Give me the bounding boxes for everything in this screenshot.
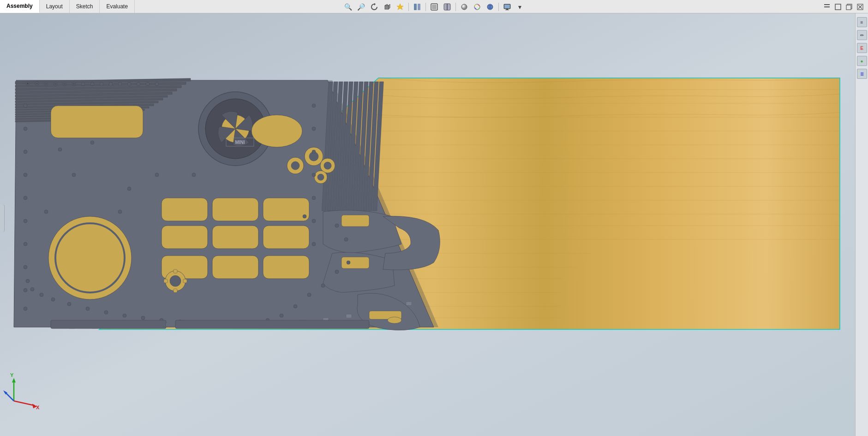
- tab-layout[interactable]: Layout: [40, 0, 70, 13]
- svg-point-179: [40, 293, 43, 297]
- restore-button[interactable]: [844, 2, 854, 12]
- svg-point-138: [24, 242, 27, 246]
- right-panel-btn-5[interactable]: ≣: [857, 69, 867, 79]
- svg-point-147: [58, 148, 62, 151]
- svg-marker-3: [397, 4, 403, 10]
- svg-point-152: [72, 173, 76, 177]
- svg-point-158: [335, 224, 339, 227]
- zoom-fit-icon[interactable]: 🔍: [343, 1, 354, 12]
- maximize-vert-button[interactable]: [833, 2, 843, 12]
- svg-point-107: [317, 174, 324, 180]
- svg-point-159: [344, 238, 348, 241]
- svg-rect-86: [263, 256, 309, 279]
- svg-point-175: [104, 311, 108, 314]
- svg-point-139: [24, 265, 27, 269]
- svg-point-140: [24, 288, 27, 292]
- svg-point-127: [118, 82, 122, 86]
- svg-point-130: [146, 82, 150, 86]
- right-panel-btn-2[interactable]: ✏: [857, 30, 867, 40]
- svg-rect-83: [263, 226, 309, 249]
- svg-rect-81: [162, 226, 208, 249]
- svg-point-173: [141, 316, 145, 320]
- svg-text:X: X: [36, 405, 40, 410]
- sep-4: [498, 3, 499, 11]
- svg-marker-1: [385, 4, 389, 6]
- svg-rect-18: [506, 9, 508, 10]
- svg-rect-109: [341, 257, 369, 269]
- left-panel-handle[interactable]: [0, 204, 5, 232]
- svg-point-101: [291, 161, 299, 170]
- sep-3: [455, 3, 456, 11]
- svg-rect-85: [212, 256, 258, 279]
- svg-point-154: [44, 210, 48, 214]
- svg-text:MINI: MINI: [235, 140, 245, 145]
- monitor-icon[interactable]: [502, 1, 513, 12]
- svg-rect-99: [183, 279, 187, 283]
- svg-point-150: [127, 187, 131, 191]
- right-panel-btn-3[interactable]: E: [857, 43, 867, 53]
- svg-rect-80: [263, 198, 309, 221]
- right-panel-btn-1[interactable]: ≡: [857, 17, 867, 27]
- display-style-icon[interactable]: [459, 1, 470, 12]
- svg-point-93: [251, 115, 302, 147]
- svg-point-123: [81, 82, 85, 86]
- right-panel-btn-4[interactable]: ●: [857, 56, 867, 66]
- svg-point-129: [137, 82, 140, 86]
- view-cube-icon[interactable]: [382, 1, 393, 12]
- svg-rect-108: [341, 215, 369, 227]
- svg-point-12: [474, 4, 480, 10]
- window-controls: [822, 0, 868, 13]
- svg-rect-203: [175, 320, 369, 328]
- svg-point-174: [123, 314, 126, 317]
- svg-rect-0: [385, 6, 389, 9]
- zoom-in-icon[interactable]: 🔎: [356, 1, 367, 12]
- svg-point-148: [155, 173, 159, 177]
- svg-point-145: [312, 173, 316, 177]
- svg-rect-21: [824, 4, 830, 5]
- svg-point-134: [24, 150, 27, 154]
- menu-bar: Assembly Layout Sketch Evaluate 🔍 🔎: [0, 0, 868, 13]
- svg-point-132: [24, 104, 27, 108]
- svg-point-125: [100, 82, 103, 86]
- hidden-lines-icon[interactable]: [429, 1, 440, 12]
- svg-rect-87: [51, 106, 143, 138]
- svg-point-160: [347, 261, 350, 264]
- svg-point-178: [51, 298, 55, 301]
- svg-point-162: [321, 284, 325, 287]
- svg-rect-5: [418, 4, 420, 10]
- svg-point-201: [388, 317, 401, 323]
- svg-point-143: [312, 127, 316, 131]
- svg-point-131: [155, 82, 159, 86]
- close-button[interactable]: [855, 2, 865, 12]
- svg-point-164: [293, 305, 297, 308]
- 3d-viewport[interactable]: MINI: [0, 13, 855, 436]
- svg-rect-4: [414, 4, 417, 10]
- view-orient-icon[interactable]: [412, 1, 423, 12]
- svg-rect-78: [162, 198, 208, 221]
- svg-rect-17: [504, 5, 510, 8]
- tab-sketch[interactable]: Sketch: [70, 0, 100, 13]
- svg-marker-2: [389, 4, 390, 9]
- section-view-icon[interactable]: [442, 1, 453, 12]
- tab-assembly[interactable]: Assembly: [0, 0, 40, 13]
- svg-point-124: [90, 82, 94, 86]
- minimize-vert-button[interactable]: [822, 2, 832, 12]
- svg-point-10: [461, 4, 467, 10]
- svg-point-151: [90, 141, 94, 144]
- svg-point-95: [170, 275, 181, 287]
- color-display-icon[interactable]: [472, 1, 483, 12]
- monitor-dropdown-icon[interactable]: ▾: [515, 1, 526, 12]
- rotate-icon[interactable]: [369, 1, 380, 12]
- svg-point-156: [312, 242, 316, 246]
- svg-point-136: [24, 196, 27, 200]
- realview-icon[interactable]: [395, 1, 406, 12]
- scene-icon[interactable]: [485, 1, 496, 12]
- svg-rect-22: [835, 4, 841, 10]
- svg-point-135: [24, 173, 27, 177]
- svg-rect-24: [846, 5, 851, 10]
- right-panel: ≡ ✏ E ● ≣: [855, 13, 868, 436]
- toolbar: 🔍 🔎: [343, 0, 526, 13]
- svg-rect-194: [346, 314, 352, 318]
- svg-point-144: [312, 150, 316, 154]
- tab-evaluate[interactable]: Evaluate: [100, 0, 135, 13]
